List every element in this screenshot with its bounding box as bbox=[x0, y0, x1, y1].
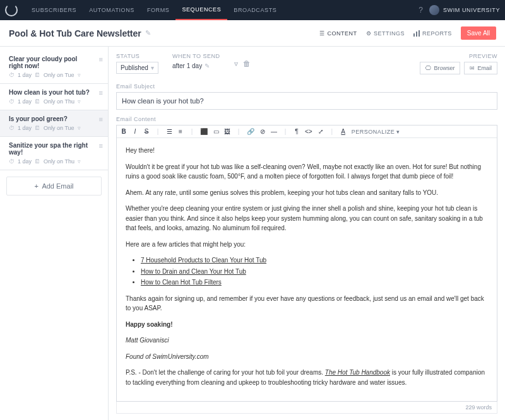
email-item-day: Only on Tue bbox=[44, 125, 74, 131]
edit-icon: ✎ bbox=[205, 62, 210, 69]
email-item-1[interactable]: How clean is your hot tub? ⏱ 1 day 🗓 Onl… bbox=[0, 84, 108, 110]
strike-icon[interactable]: S bbox=[143, 128, 150, 135]
envelope-icon: ✉ bbox=[470, 65, 475, 71]
top-nav: SUBSCRIBERS AUTOMATIONS FORMS SEQUENCES … bbox=[0, 0, 505, 20]
clock-icon: ⏱ bbox=[9, 158, 15, 165]
list-ol-icon[interactable]: ≡ bbox=[177, 128, 184, 135]
add-email-button[interactable]: + Add Email bbox=[6, 177, 102, 195]
email-item-delay: 1 day bbox=[18, 158, 32, 165]
chevron-down-icon: ▾ bbox=[151, 64, 154, 71]
personalize-dropdown[interactable]: PERSONALIZE ▾ bbox=[352, 129, 400, 135]
email-item-day: Only on Tue bbox=[44, 72, 74, 78]
status-block: STATUS Published ▾ bbox=[116, 53, 158, 74]
preview-email-button[interactable]: ✉ Email bbox=[464, 62, 497, 74]
drag-handle-icon[interactable]: ≡ bbox=[99, 89, 103, 96]
hr-icon[interactable]: — bbox=[271, 128, 277, 135]
bold-icon[interactable]: B bbox=[121, 128, 127, 135]
content-icon: ☰ bbox=[319, 30, 325, 37]
plus-icon: + bbox=[34, 182, 38, 190]
tab-settings[interactable]: ⚙ SETTINGS bbox=[366, 30, 405, 37]
rich-text-editor: B I S | ☰ ≡ | ⬛ ▭ 🖼 | 🔗 ⊘ — | ¶ <> ⤢ | A bbox=[116, 125, 497, 402]
user-name: SWIM UNIVERSITY bbox=[443, 7, 500, 13]
tab-content[interactable]: ☰ CONTENT bbox=[319, 30, 357, 37]
code-icon[interactable]: <> bbox=[305, 128, 312, 135]
sequence-title: Pool & Hot Tub Care Newsletter bbox=[9, 28, 141, 38]
avatar bbox=[429, 5, 439, 15]
tab-reports[interactable]: REPORTS bbox=[413, 30, 452, 37]
email-item-2[interactable]: Is your pool green? ⏱ 1 day 🗓 Only on Tu… bbox=[0, 110, 108, 137]
calendar-icon: 🗓 bbox=[35, 125, 40, 131]
email-item-title: Is your pool green? bbox=[9, 115, 102, 122]
nav-automations[interactable]: AUTOMATIONS bbox=[83, 0, 141, 20]
monitor-icon: 🖵 bbox=[425, 65, 431, 71]
body-link-list: 7 Household Products to Clean Your Hot T… bbox=[141, 255, 488, 288]
email-item-title: Clear your cloudy pool right now! bbox=[9, 55, 102, 69]
status-select[interactable]: Published ▾ bbox=[116, 62, 158, 74]
chart-icon bbox=[413, 30, 420, 37]
drag-handle-icon[interactable]: ≡ bbox=[99, 142, 103, 149]
image-icon[interactable]: 🖼 bbox=[224, 128, 230, 135]
edit-title-icon[interactable]: ✎ bbox=[145, 29, 151, 37]
unlink-icon[interactable]: ⊘ bbox=[259, 128, 266, 135]
clock-icon: ⏱ bbox=[9, 125, 15, 131]
signature-title: Found of SwimUniversity.com bbox=[126, 352, 488, 362]
email-item-0[interactable]: Clear your cloudy pool right now! ⏱ 1 da… bbox=[0, 50, 108, 84]
clock-icon: ⏱ bbox=[9, 72, 15, 78]
user-menu[interactable]: SWIM UNIVERSITY bbox=[429, 5, 500, 15]
calendar-icon: 🗓 bbox=[35, 98, 40, 105]
preview-block: PREVIEW 🖵 Browser ✉ Email bbox=[420, 53, 497, 74]
body-p3: Whether you're deep cleaning your entire… bbox=[126, 204, 488, 233]
text-color-icon[interactable]: A bbox=[340, 128, 347, 135]
content-label: Email Content bbox=[116, 116, 497, 122]
ps-link[interactable]: The Hot Tub Handbook bbox=[325, 369, 390, 376]
when-block: WHEN TO SEND after 1 day ✎ bbox=[172, 53, 220, 69]
preview-browser-button[interactable]: 🖵 Browser bbox=[420, 62, 460, 74]
nav-broadcasts[interactable]: BROADCASTS bbox=[227, 0, 283, 20]
nav-forms[interactable]: FORMS bbox=[141, 0, 176, 20]
list-ul-icon[interactable]: ☰ bbox=[166, 128, 172, 135]
expand-icon[interactable]: ⤢ bbox=[318, 128, 324, 135]
email-item-delay: 1 day bbox=[18, 125, 32, 131]
help-icon[interactable]: ? bbox=[412, 6, 429, 15]
nav-sequences[interactable]: SEQUENCES bbox=[175, 0, 227, 20]
clear-format-icon[interactable]: ¶ bbox=[294, 128, 300, 135]
editor-pane: STATUS Published ▾ WHEN TO SEND after 1 … bbox=[109, 47, 505, 420]
word-count: 229 words bbox=[116, 402, 497, 414]
italic-icon[interactable]: I bbox=[132, 128, 138, 135]
svg-rect-1 bbox=[416, 32, 417, 37]
funnel-icon: ▿ bbox=[78, 158, 81, 165]
save-all-button[interactable]: Save All bbox=[461, 26, 496, 40]
signature-name: Matt Giovanisci bbox=[126, 335, 488, 346]
email-item-delay: 1 day bbox=[18, 98, 32, 105]
drag-handle-icon[interactable]: ≡ bbox=[99, 115, 103, 123]
body-p5: Thanks again for signing up, and remembe… bbox=[126, 294, 488, 313]
body-link-2[interactable]: How to Clean Hot Tub Filters bbox=[141, 279, 222, 286]
when-value[interactable]: after 1 day ✎ bbox=[172, 62, 210, 69]
body-p1: Wouldn't it be great if your hot tub was… bbox=[126, 162, 488, 182]
align-center-icon[interactable]: ▭ bbox=[213, 128, 219, 135]
subject-label: Email Subject bbox=[116, 83, 497, 90]
trash-icon[interactable]: 🗑 bbox=[243, 59, 251, 68]
email-item-title: How clean is your hot tub? bbox=[9, 89, 102, 96]
editor-toolbar: B I S | ☰ ≡ | ⬛ ▭ 🖼 | 🔗 ⊘ — | ¶ <> ⤢ | A bbox=[117, 125, 497, 138]
status-label: STATUS bbox=[116, 53, 158, 59]
body-link-1[interactable]: How to Drain and Clean Your Hot Tub bbox=[141, 268, 246, 275]
calendar-icon: 🗓 bbox=[35, 158, 40, 165]
body-link-0[interactable]: 7 Household Products to Clean Your Hot T… bbox=[141, 257, 266, 264]
funnel-icon[interactable]: ▿ bbox=[234, 59, 238, 68]
main: Clear your cloudy pool right now! ⏱ 1 da… bbox=[0, 47, 505, 420]
subject-input[interactable] bbox=[116, 92, 497, 110]
email-item-day: Only on Thu bbox=[44, 158, 74, 165]
body-closing: Happy soaking! bbox=[126, 320, 488, 330]
drag-handle-icon[interactable]: ≡ bbox=[99, 55, 103, 63]
align-left-icon[interactable]: ⬛ bbox=[200, 128, 208, 135]
body-p2: Ahem. At any rate, until some genius sol… bbox=[126, 188, 488, 198]
link-icon[interactable]: 🔗 bbox=[247, 128, 254, 135]
email-item-3[interactable]: Sanitize your spa the right way! ⏱ 1 day… bbox=[0, 137, 108, 170]
funnel-icon: ▿ bbox=[78, 72, 81, 78]
clock-icon: ⏱ bbox=[9, 98, 15, 105]
body-p4: Here are a few articles that might help … bbox=[126, 240, 488, 250]
app-logo-icon[interactable] bbox=[5, 4, 18, 16]
editor-body[interactable]: Hey there! Wouldn't it be great if your … bbox=[117, 138, 497, 401]
nav-subscribers[interactable]: SUBSCRIBERS bbox=[25, 0, 83, 20]
